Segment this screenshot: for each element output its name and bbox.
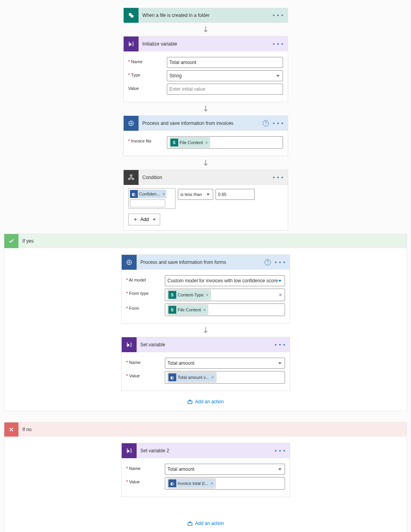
value-input[interactable]: ◐Invoice total (t...× (165, 477, 285, 490)
card-title: Process and save information from invoic… (139, 121, 263, 126)
svg-text:x: x (128, 343, 129, 347)
set-variable-header[interactable]: x Set variable • • • (122, 337, 290, 352)
add-action-link[interactable]: Add an action (187, 521, 224, 526)
process-invoices-card: Process and save information from invoic… (123, 115, 288, 156)
arrow-icon (203, 157, 209, 169)
condition-icon (124, 170, 139, 185)
more-icon[interactable]: • • • (273, 13, 283, 18)
token-label: Total amount v... (178, 375, 209, 380)
card-title: Initialize variable (139, 41, 273, 47)
arrow-icon (203, 24, 209, 35)
token-label: File Content (178, 307, 201, 312)
svg-rect-11 (188, 523, 192, 525)
ai-model-label: AI model (126, 275, 162, 282)
condition-value-input[interactable]: 0.65 (216, 189, 255, 200)
value-label: Value (126, 477, 162, 484)
add-condition-button[interactable]: ＋Add (128, 214, 160, 225)
name-label: Name (126, 464, 162, 471)
remove-token-icon[interactable]: × (211, 375, 214, 380)
condition-card: Condition • • • ◐Confiden...× is less th… (123, 170, 288, 230)
variable-icon: x (122, 337, 137, 352)
svg-rect-6 (132, 178, 134, 179)
card-title: Set variable 2 (137, 448, 275, 453)
form-type-label: Form type (126, 289, 162, 296)
add-action-link[interactable]: Add an action (187, 399, 224, 404)
process-invoices-header[interactable]: Process and save information from invoic… (124, 116, 288, 131)
process-forms-header[interactable]: Process and save information from forms … (122, 255, 290, 270)
if-no-label: If no (22, 427, 31, 432)
more-icon[interactable]: • • • (275, 448, 285, 453)
variable-icon: x (124, 37, 139, 51)
sharepoint-icon (124, 8, 139, 23)
type-label: Type (128, 70, 164, 77)
cross-icon (4, 422, 18, 437)
invoice-file-label: Invoice file (128, 136, 164, 143)
invoice-file-input[interactable]: SFile Content× (167, 136, 283, 149)
remove-token-icon[interactable]: × (203, 307, 206, 312)
variable-icon: x (122, 443, 137, 458)
token-label: Confiden... (139, 192, 160, 196)
remove-token-icon[interactable]: × (210, 481, 213, 486)
more-icon[interactable]: • • • (273, 121, 283, 126)
name-label: Name (128, 57, 164, 64)
if-yes-label: If yes (22, 238, 34, 244)
arrow-icon (203, 324, 209, 336)
check-icon (4, 234, 18, 248)
set-variable-2-header[interactable]: x Set variable 2 • • • (122, 443, 290, 458)
ai-model-select[interactable]: Custom model for invoices with low confi… (165, 275, 285, 286)
set-variable-card: x Set variable • • • Name Total amount V… (121, 337, 290, 391)
token-label: File Content (180, 140, 203, 145)
remove-token-icon[interactable]: × (206, 293, 208, 297)
svg-rect-9 (188, 401, 192, 404)
remove-token-icon[interactable]: × (163, 192, 165, 196)
form-input[interactable]: SFile Content× (165, 303, 285, 316)
name-input[interactable]: Total amount (167, 57, 283, 68)
set-variable-2-card: x Set variable 2 • • • Name Total amount… (121, 443, 290, 497)
remove-token-icon[interactable]: × (205, 140, 208, 145)
more-icon[interactable]: • • • (275, 342, 285, 347)
name-label: Name (126, 358, 162, 365)
svg-point-1 (130, 15, 133, 18)
arrow-icon (203, 103, 209, 115)
condition-operator-select[interactable]: is less than (178, 189, 213, 200)
name-select[interactable]: Total amount (165, 358, 285, 369)
clear-input-icon[interactable]: × (279, 292, 282, 298)
value-input[interactable]: ◐Total amount v...× (165, 371, 285, 384)
card-title: Process and save information from forms (137, 260, 265, 265)
form-label: Form (126, 303, 162, 311)
svg-text:x: x (130, 42, 131, 46)
if-yes-branch: If yes Process and save information from… (4, 234, 407, 411)
svg-text:x: x (128, 449, 129, 453)
card-title: Set variable (137, 342, 275, 347)
trigger-title: When a file is created in a folder (139, 13, 273, 18)
token-label: Content-Type (178, 293, 204, 297)
condition-header[interactable]: Condition • • • (124, 170, 288, 185)
help-icon[interactable]: ? (265, 259, 271, 265)
name-select[interactable]: Total amount (165, 464, 285, 475)
form-type-input[interactable]: SContent-Type× × (165, 289, 285, 301)
if-yes-header: If yes (4, 234, 407, 248)
initialize-variable-card: x Initialize variable • • • Name Total a… (123, 36, 288, 102)
svg-rect-5 (128, 178, 130, 179)
value-input[interactable]: Enter initial value (167, 84, 283, 95)
process-forms-card: Process and save information from forms … (121, 254, 290, 324)
help-icon[interactable]: ? (263, 120, 269, 126)
trigger-card[interactable]: When a file is created in a folder • • • (123, 8, 288, 23)
if-no-header: If no (4, 422, 407, 437)
value-label: Value (126, 371, 162, 378)
svg-rect-4 (130, 175, 132, 176)
more-icon[interactable]: • • • (273, 41, 283, 47)
initialize-variable-header[interactable]: x Initialize variable • • • (124, 37, 288, 51)
if-no-branch: If no x Set variable 2 • • • Name Total … (4, 422, 407, 532)
ai-builder-icon (124, 116, 139, 131)
more-icon[interactable]: • • • (273, 175, 283, 180)
type-select[interactable]: String (167, 70, 283, 81)
card-title: Condition (139, 175, 273, 180)
more-icon[interactable]: • • • (275, 260, 285, 265)
ai-builder-icon (122, 255, 137, 270)
token-label: Invoice total (t... (178, 481, 208, 486)
condition-left-operand[interactable]: ◐Confiden...× (128, 188, 175, 209)
value-label: Value (128, 84, 164, 91)
